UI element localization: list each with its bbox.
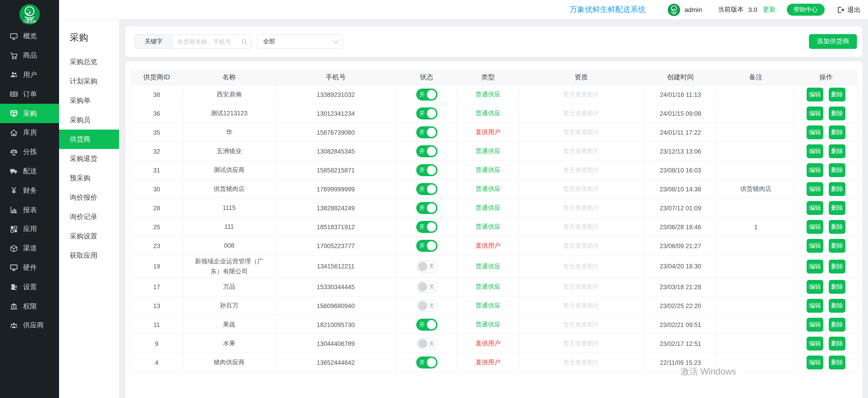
- cell-created-time: 23/02/17 12:51: [644, 334, 717, 353]
- status-toggle[interactable]: 关: [416, 281, 437, 293]
- cell-supplier-id: 19: [130, 255, 183, 277]
- submenu-item-供货商[interactable]: 供货商: [59, 130, 119, 149]
- cell-status: 关: [396, 255, 457, 277]
- edit-button[interactable]: 编辑: [807, 182, 823, 196]
- submenu-item-采购单[interactable]: 采购单: [59, 91, 119, 110]
- delete-button[interactable]: 删除: [829, 144, 845, 158]
- sidebar-item-渠道[interactable]: 渠道: [0, 239, 59, 258]
- delete-button[interactable]: 删除: [829, 182, 845, 196]
- status-toggle[interactable]: 开: [416, 164, 437, 176]
- table-row: 9水果13044406789关直供用户暂无资质图片23/02/17 12:51编…: [130, 334, 858, 353]
- user-avatar[interactable]: [668, 3, 680, 16]
- sidebar-item-采购[interactable]: 采购: [0, 104, 59, 123]
- delete-button[interactable]: 删除: [829, 318, 845, 332]
- help-center-button[interactable]: 帮助中心: [787, 4, 825, 16]
- sidebar-item-概览[interactable]: 概览: [0, 27, 59, 46]
- delete-button[interactable]: 删除: [829, 88, 845, 101]
- edit-button[interactable]: 编辑: [807, 88, 823, 101]
- submenu-item-获取应用[interactable]: 获取应用: [59, 246, 119, 265]
- type-filter-select[interactable]: 全部: [257, 34, 343, 49]
- cell-remark: [717, 142, 795, 161]
- submenu-item-采购员[interactable]: 采购员: [59, 110, 119, 130]
- search-input[interactable]: [173, 35, 251, 48]
- submenu-item-计划采购[interactable]: 计划采购: [59, 71, 119, 91]
- edit-button[interactable]: 编辑: [807, 126, 823, 139]
- sidebar-item-设置[interactable]: 设置: [0, 277, 59, 297]
- cell-status: 关: [396, 296, 457, 315]
- yuan-icon: [10, 187, 18, 195]
- status-toggle[interactable]: 开: [416, 183, 437, 195]
- status-toggle[interactable]: 开: [416, 107, 437, 120]
- edit-button[interactable]: 编辑: [807, 106, 823, 120]
- submenu-item-采购设置[interactable]: 采购设置: [59, 226, 119, 246]
- delete-button[interactable]: 删除: [829, 259, 845, 273]
- cell-operations: 编辑删除: [795, 218, 858, 236]
- cell-type: 普通供应: [457, 142, 519, 161]
- delete-button[interactable]: 删除: [829, 337, 845, 351]
- sidebar-item-应用[interactable]: 应用: [0, 220, 59, 239]
- status-toggle[interactable]: 开: [416, 240, 437, 252]
- edit-button[interactable]: 编辑: [807, 299, 823, 313]
- submenu-item-采购退货[interactable]: 采购退货: [59, 149, 119, 168]
- avatar-logo-icon: [668, 3, 680, 16]
- sidebar-item-订单[interactable]: 订单: [0, 85, 59, 104]
- delete-button[interactable]: 删除: [829, 163, 845, 177]
- main-content: 关键字 全部 添加供货商: [119, 20, 868, 398]
- add-supplier-button[interactable]: 添加供货商: [809, 34, 857, 49]
- status-toggle[interactable]: 关: [416, 300, 437, 312]
- cell-qualification: 暂无资质图片: [519, 353, 644, 372]
- sidebar-item-分拣[interactable]: 分拣: [0, 142, 59, 162]
- status-toggle[interactable]: 开: [416, 202, 437, 214]
- delete-button[interactable]: 删除: [829, 239, 845, 253]
- status-toggle[interactable]: 开: [416, 145, 437, 157]
- sidebar-item-配送[interactable]: 配送: [0, 162, 59, 181]
- table-row: 31测试供应商15858215871开普通供应暂无资质图片23/08/10 16…: [130, 161, 858, 179]
- sidebar-item-库房[interactable]: 库房: [0, 123, 59, 142]
- sidebar-item-用户[interactable]: 用户: [0, 65, 59, 85]
- edit-button[interactable]: 编辑: [807, 239, 823, 253]
- app-title: 万象优鲜生鲜配送系统: [570, 5, 646, 15]
- delete-button[interactable]: 删除: [829, 201, 845, 215]
- submenu-item-label: 采购总览: [70, 58, 97, 66]
- sidebar-item-商品[interactable]: 商品: [0, 46, 59, 65]
- sidebar-item-权限[interactable]: 权限: [0, 297, 59, 316]
- edit-button[interactable]: 编辑: [807, 337, 823, 351]
- cell-remark: [717, 123, 795, 142]
- delete-button[interactable]: 删除: [829, 220, 845, 234]
- delete-button[interactable]: 删除: [829, 126, 845, 139]
- sidebar-item-报表[interactable]: 报表: [0, 200, 59, 220]
- submenu-item-询价记录[interactable]: 询价记录: [59, 207, 119, 226]
- submenu-item-采购总览[interactable]: 采购总览: [59, 52, 119, 71]
- delete-button[interactable]: 删除: [829, 106, 845, 120]
- submenu-item-询价报价[interactable]: 询价报价: [59, 188, 119, 207]
- edit-button[interactable]: 编辑: [807, 220, 823, 234]
- edit-button[interactable]: 编辑: [807, 280, 823, 294]
- sidebar-item-硬件[interactable]: 硬件: [0, 258, 59, 277]
- delete-button[interactable]: 删除: [829, 299, 845, 313]
- delete-button[interactable]: 删除: [829, 280, 845, 294]
- delete-button[interactable]: 删除: [829, 356, 845, 369]
- edit-button[interactable]: 编辑: [807, 163, 823, 177]
- status-toggle[interactable]: 开: [416, 89, 437, 101]
- edit-button[interactable]: 编辑: [807, 356, 823, 369]
- edit-button[interactable]: 编辑: [807, 259, 823, 273]
- status-toggle[interactable]: 关: [416, 338, 437, 350]
- toggle-on-label: 开: [417, 147, 427, 155]
- sidebar-item-财务[interactable]: 财务: [0, 181, 59, 200]
- sidebar-item-供应商[interactable]: 供应商: [0, 316, 59, 335]
- update-link[interactable]: 更新: [763, 5, 776, 14]
- username[interactable]: admin: [685, 6, 702, 13]
- type-label: 普通供应: [475, 321, 500, 328]
- status-toggle[interactable]: 开: [416, 357, 437, 368]
- logout-button[interactable]: 退出: [837, 5, 861, 14]
- status-toggle[interactable]: 开: [416, 319, 437, 331]
- status-toggle[interactable]: 关: [416, 260, 437, 272]
- type-label: 普通供应: [475, 147, 500, 155]
- status-toggle[interactable]: 开: [416, 126, 437, 138]
- edit-button[interactable]: 编辑: [807, 201, 823, 215]
- cell-type: 普通供应: [457, 85, 519, 104]
- status-toggle[interactable]: 开: [416, 221, 437, 233]
- edit-button[interactable]: 编辑: [807, 144, 823, 158]
- submenu-item-预采购[interactable]: 预采购: [59, 168, 119, 188]
- edit-button[interactable]: 编辑: [807, 318, 823, 332]
